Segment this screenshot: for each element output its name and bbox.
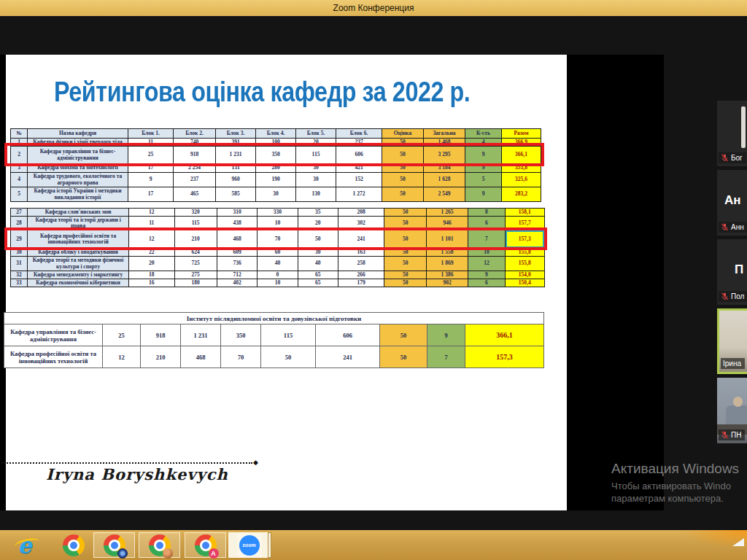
- participant-tile-polina[interactable]: П Пол: [717, 239, 747, 305]
- window-title: Zoom Конференция: [333, 3, 414, 13]
- table-cell: 12: [129, 209, 174, 217]
- participant-tile-iryna-active-speaker[interactable]: Ірина: [717, 308, 747, 374]
- video-person-head-shape: [733, 397, 743, 407]
- table-row: 4Кафедра трудового, екологічного та агра…: [11, 173, 541, 187]
- table-cell: 157,3: [465, 346, 544, 368]
- watermark-body-2: параметрам компьютера.: [611, 492, 739, 505]
- column-header: Блок 1.: [128, 129, 174, 139]
- table-cell: 4: [11, 173, 28, 187]
- table-cell: Кафедра професійної освіти та інноваційн…: [4, 346, 103, 368]
- participant-nameplate: ПН: [719, 429, 745, 440]
- table-row: Кафедра професійної освіти та інноваційн…: [4, 346, 544, 368]
- table-cell: 30: [296, 173, 336, 187]
- highlight-box-row-2: [4, 143, 544, 166]
- zoom-app-button[interactable]: zoom: [228, 532, 270, 558]
- internet-explorer-icon[interactable]: e: [13, 534, 36, 557]
- table-cell: 1 231: [181, 324, 221, 346]
- participant-name: Пол: [731, 292, 744, 300]
- table-cell: 12: [468, 257, 505, 271]
- table-cell: 70: [221, 346, 261, 368]
- column-header: Блок 2.: [174, 129, 216, 139]
- table-cell: 65: [298, 279, 338, 287]
- window-titlebar[interactable]: Zoom Конференция: [0, 0, 747, 16]
- watermark-body-1: Чтобы активировать Windo: [611, 480, 739, 492]
- taskbar-glow: [681, 530, 747, 549]
- table-cell: 325,6: [502, 173, 541, 187]
- participant-tile-pnu[interactable]: ПН: [717, 378, 747, 443]
- table-cell: 154,0: [505, 271, 544, 279]
- table-cell: 9: [128, 173, 174, 187]
- table-cell: 1 386: [426, 271, 468, 279]
- participant-name: Ірина: [723, 359, 741, 368]
- table-row: Кафедра управління та бізнес-адмініструв…: [4, 324, 544, 346]
- table-cell: 902: [426, 279, 468, 287]
- slide-title: Рейтингова оцінка кафедр за 2022 р.: [54, 77, 470, 108]
- table-cell: 402: [217, 279, 257, 287]
- avatar-initials: П: [735, 262, 743, 277]
- table-cell: 12: [103, 346, 141, 368]
- chrome-window-3-button[interactable]: A: [185, 532, 226, 558]
- chrome-profile-badge-camera: [117, 548, 128, 559]
- table-cell: 9: [427, 324, 465, 346]
- participant-name: ПН: [731, 431, 741, 439]
- table-cell: 115: [261, 324, 316, 346]
- table-cell: 6: [468, 279, 505, 287]
- windows-activation-watermark: Активация Windows Чтобы активировать Win…: [611, 461, 739, 505]
- table-cell: 179: [338, 279, 384, 287]
- table-cell: 50: [384, 271, 426, 279]
- chrome-window-1-button[interactable]: [93, 532, 135, 558]
- participant-tile-anna[interactable]: Ан Анн: [717, 170, 747, 236]
- table-cell: 320: [174, 209, 217, 217]
- chrome-icon[interactable]: [62, 534, 85, 557]
- chrome-profile-badge-photo: [163, 548, 173, 559]
- table-cell: 5: [465, 173, 502, 187]
- chrome-window-2-button[interactable]: [139, 532, 180, 558]
- table-cell: 50: [382, 173, 424, 187]
- table-cell: 0: [258, 271, 298, 279]
- table-cell: 150,4: [505, 279, 544, 287]
- participant-nameplate: Пол: [719, 291, 747, 302]
- table-cell: 7: [427, 346, 465, 368]
- column-header: К-сть: [465, 129, 502, 139]
- table-cell: 155,8: [505, 257, 544, 271]
- table-cell: 210: [141, 346, 181, 368]
- video-fragment: [741, 106, 746, 148]
- table-cell: 9: [465, 187, 502, 202]
- column-header: Блок 3.: [216, 129, 256, 139]
- participant-name: Бог: [731, 154, 743, 162]
- table-cell: 65: [298, 271, 338, 279]
- table-cell: 330: [258, 209, 298, 217]
- table-cell: 25: [103, 324, 141, 346]
- table-cell: 960: [216, 173, 256, 187]
- table-cell: 158,1: [505, 209, 544, 217]
- column-header: Назва кафедри: [28, 129, 128, 139]
- table-cell: 130: [296, 187, 336, 202]
- institute-summary-table: Інститут післядипломної освіти та довузі…: [4, 312, 544, 368]
- table-cell: 30: [256, 187, 296, 202]
- table-cell: 918: [141, 324, 181, 346]
- table-cell: 50: [261, 346, 316, 368]
- table-cell: Кафедра менеджменту і маркетингу: [28, 271, 129, 279]
- column-header: Разом: [502, 129, 541, 139]
- table-row: 31Кафедра теорії та методики фізичної ку…: [11, 257, 545, 271]
- presentation-slide: Рейтингова оцінка кафедр за 2022 р. №Наз…: [6, 55, 567, 510]
- participant-tile-bohdan[interactable]: Бог: [717, 101, 747, 166]
- table-cell: 8: [468, 209, 505, 217]
- table-cell: 606: [316, 324, 380, 346]
- muted-mic-icon: [721, 431, 729, 439]
- zoom-app-window: Zoom Конференция Рейтингова оцінка кафед…: [0, 0, 747, 560]
- table-cell: Кафедра слов'янських мов: [28, 209, 129, 217]
- highlight-box-row-29: [4, 228, 547, 250]
- participants-strip: Бог Ан Анн П Пол Ірина: [717, 101, 747, 465]
- table-cell: 2 549: [424, 187, 465, 202]
- taskbar-separator[interactable]: [268, 532, 271, 558]
- table-row: 33Кафедра економічної кібернетики1618040…: [11, 279, 545, 287]
- muted-mic-icon: [721, 223, 729, 231]
- participant-nameplate: Ірина: [721, 358, 745, 369]
- table-cell: 152: [336, 173, 382, 187]
- table-cell: 9: [468, 271, 505, 279]
- table-cell: 1 628: [424, 173, 465, 187]
- table-cell: 20: [129, 257, 174, 271]
- table-cell: 50: [384, 257, 426, 271]
- table-cell: 16: [129, 279, 174, 287]
